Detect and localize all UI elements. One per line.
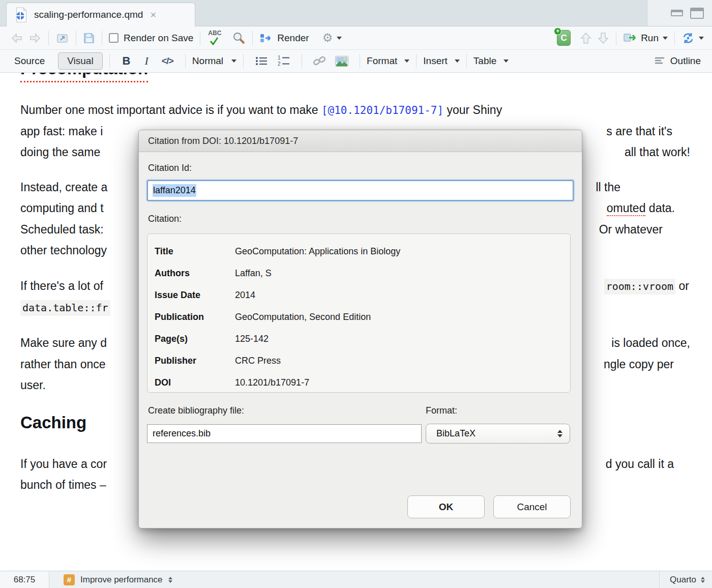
maximize-pane-icon[interactable] — [690, 8, 704, 19]
rstudio-window: Precomputation Number one most important… — [0, 0, 712, 588]
separator — [185, 54, 186, 68]
forward-button[interactable] — [28, 32, 42, 44]
selected-text: laffan2014 — [153, 184, 196, 197]
separator — [102, 31, 102, 45]
citation-field-row: Issue Date2014 — [155, 284, 563, 306]
open-in-new-window-button[interactable] — [55, 32, 69, 45]
run-button[interactable]: Run — [623, 33, 668, 44]
source-refresh-button[interactable] — [681, 32, 704, 44]
pane-window-controls — [647, 0, 712, 26]
paragraph-line: other technology — [20, 244, 107, 257]
save-button[interactable] — [83, 32, 95, 44]
citation-from-doi-dialog: Citation from DOI: 10.1201/b17091-7 Cita… — [138, 130, 582, 528]
render-on-save-checkbox[interactable]: Render on Save — [109, 33, 193, 44]
status-bar: 68:75 # Improve performance Quarto — [0, 571, 712, 588]
bibliography-file-input[interactable]: references.bib — [147, 424, 422, 443]
separator — [48, 31, 49, 45]
main-toolbar: Render on Save ABC Render ⚙ C+ Run — [0, 26, 712, 50]
paragraph-line: Or whatever — [599, 223, 663, 237]
paragraph-line: computing and t — [20, 201, 104, 215]
dialog-title-bar[interactable]: Citation from DOI: 10.1201/b17091-7 — [139, 130, 582, 152]
search-icon — [232, 32, 246, 45]
save-icon — [83, 32, 95, 44]
run-icon — [623, 33, 637, 44]
checkbox-icon[interactable] — [109, 33, 118, 43]
paragraph-line: If you have a cor — [20, 457, 107, 471]
tab-scaling-performance[interactable]: scaling-performance.qmd × — [6, 3, 195, 26]
chevron-down-icon — [231, 60, 236, 63]
citation-preview-panel: TitleGeoComputation: Applications in Bio… — [147, 233, 571, 393]
gear-icon: ⚙ — [322, 32, 333, 44]
insert-chunk-button[interactable]: C+ — [557, 30, 571, 46]
cancel-button[interactable]: Cancel — [493, 495, 571, 518]
outline-label: Outline — [670, 55, 701, 67]
paragraph-line: omuted data. — [607, 201, 675, 215]
down-arrow-icon — [597, 32, 609, 45]
citation-field-row: PublisherCRC Press — [155, 350, 563, 372]
file-type-label: Quarto — [670, 575, 696, 585]
bullet-list-icon — [255, 55, 268, 67]
render-on-save-label: Render on Save — [124, 33, 193, 44]
go-to-next-chunk-button[interactable] — [597, 32, 609, 45]
citation-id-input[interactable]: laffan2014 — [147, 180, 574, 201]
file-type-spinner-icon — [701, 577, 705, 583]
insert-image-button[interactable] — [335, 55, 349, 67]
paragraph-line: user. — [20, 378, 46, 392]
ok-button[interactable]: OK — [407, 495, 485, 518]
tab-strip: scaling-performance.qmd × — [0, 0, 712, 26]
file-type-selector[interactable]: Quarto — [659, 571, 712, 588]
link-icon — [313, 55, 327, 67]
separator — [76, 31, 76, 45]
format-label: Format: — [426, 405, 457, 416]
format-menu[interactable]: Format — [367, 55, 409, 67]
outline-toggle-button[interactable]: Outline — [654, 55, 701, 67]
spellcheck-button[interactable]: ABC — [207, 31, 224, 46]
select-spinner-icon — [557, 430, 562, 437]
code-format-button[interactable]: </> — [162, 56, 173, 67]
table-menu[interactable]: Table — [473, 55, 509, 67]
insert-link-button[interactable] — [313, 55, 327, 67]
minimize-pane-icon[interactable] — [671, 10, 683, 16]
format-menu-label: Format — [367, 55, 397, 67]
paragraph-line: room::vroom or — [604, 279, 689, 293]
editor-format-toolbar: Source Visual B I </> Normal 12 Format I… — [0, 50, 712, 73]
paragraph-line: ll the — [596, 181, 620, 194]
find-button[interactable] — [232, 32, 246, 45]
section-navigator[interactable]: # Improve performance — [64, 574, 172, 585]
paragraph-style-value: Normal — [192, 55, 223, 67]
render-button[interactable]: Render — [259, 32, 309, 44]
chevron-down-icon — [699, 37, 704, 40]
citation-label: Citation: — [148, 214, 182, 224]
paragraph-line: data.table::fr — [20, 301, 110, 314]
misspelled-word: omuted — [607, 201, 646, 216]
section-name: Improve performance — [80, 575, 163, 585]
italic-button[interactable]: I — [143, 54, 151, 68]
visual-mode-button[interactable]: Visual — [58, 52, 102, 70]
numbered-list-button[interactable]: 12 — [277, 55, 290, 67]
tab-close-icon[interactable]: × — [150, 10, 156, 20]
sync-icon — [681, 32, 695, 44]
citation-field-row: Page(s)125-142 — [155, 328, 563, 350]
quarto-file-icon — [14, 7, 29, 23]
go-to-previous-chunk-button[interactable] — [580, 32, 592, 45]
chevron-down-icon — [455, 60, 460, 63]
tab-title: scaling-performance.qmd — [34, 9, 143, 20]
separator — [416, 54, 417, 68]
cursor-position[interactable]: 68:75 — [0, 571, 49, 588]
citation-field-row: AuthorsLaffan, S — [155, 262, 563, 284]
back-button[interactable] — [10, 32, 24, 44]
format-select[interactable]: BibLaTeX — [426, 424, 570, 444]
citation-token[interactable]: [@10.1201/b17091-7] — [321, 104, 443, 116]
format-select-value: BibLaTeX — [436, 428, 476, 439]
bullet-list-button[interactable] — [255, 55, 268, 67]
render-icon — [259, 32, 273, 44]
render-settings-button[interactable]: ⚙ — [322, 32, 342, 44]
paragraph-line: doing the same — [20, 145, 104, 159]
chevron-down-icon — [337, 37, 342, 40]
paragraph-style-dropdown[interactable]: Normal — [192, 55, 236, 67]
insert-menu[interactable]: Insert — [423, 55, 460, 67]
paragraph-line: Instead, create a — [20, 181, 107, 194]
source-mode-button[interactable]: Source — [14, 55, 45, 67]
bold-button[interactable]: B — [123, 54, 131, 68]
svg-text:1: 1 — [278, 55, 281, 61]
